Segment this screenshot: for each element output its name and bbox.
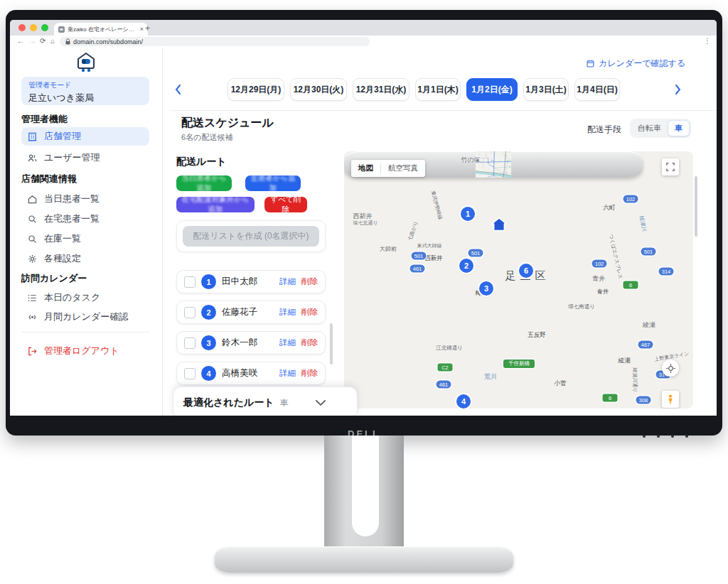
patient-row-4: 4 高橋美咲 詳細 削除 [176, 362, 326, 385]
chevron-down-icon[interactable] [316, 396, 326, 409]
optimized-route-mode: 車 [280, 397, 289, 409]
browser-menu-icon[interactable]: ⋮ [704, 37, 711, 45]
date-tab-0101[interactable]: 1月1日(木) [415, 78, 461, 101]
forward-icon[interactable]: → [28, 37, 36, 45]
date-tab-1231[interactable]: 12月31日(水) [353, 78, 410, 101]
sidebar-item-label: 各種設定 [44, 252, 81, 265]
map-type-map-button[interactable]: 地図 [351, 163, 380, 173]
transport-option-car-selected[interactable]: 車 [668, 120, 690, 136]
patient-checkbox[interactable] [184, 337, 196, 349]
zoom-window-button[interactable] [41, 24, 48, 31]
sidebar-item-today-patients[interactable]: 当日患者一覧 [21, 190, 149, 208]
sidebar-item-user-management[interactable]: ユーザー管理 [21, 148, 149, 167]
detail-link[interactable]: 詳細 [279, 368, 296, 379]
sidebar-item-monthly-calendar[interactable]: 月間カレンダー確認 [21, 308, 149, 326]
map-label: 大師前 [380, 245, 397, 253]
sidebar-item-label: 店舗管理 [44, 130, 81, 143]
monitor-stand-hole [352, 436, 379, 536]
sidebar-item-inventory[interactable]: 在庫一覧 [21, 229, 149, 248]
minimize-window-button[interactable] [30, 24, 37, 31]
screen: 薬zaiko 在宅オペレーションシステム × + ← → ⟳ ⌂ domain.… [10, 20, 717, 416]
date-tab-1230[interactable]: 12月30日(火) [290, 78, 347, 101]
transport-option-bicycle[interactable]: 自転車 [631, 121, 668, 136]
address-bar[interactable]: domain.com/subdomain/ [60, 37, 370, 46]
detail-link[interactable]: 詳細 [279, 276, 296, 287]
back-icon[interactable]: ← [17, 37, 24, 45]
prev-dates-button[interactable] [173, 83, 186, 97]
lock-icon [65, 38, 70, 45]
map-recenter-button[interactable] [662, 359, 679, 377]
map-label: 小菅 [555, 379, 567, 388]
detail-link[interactable]: 詳細 [279, 337, 296, 348]
patient-checkbox[interactable] [184, 307, 196, 318]
remove-link[interactable]: 削除 [301, 307, 318, 318]
home-icon[interactable]: ⌂ [50, 37, 55, 45]
detail-link[interactable]: 詳細 [279, 307, 296, 318]
pegman-icon [666, 394, 675, 404]
route-marker[interactable]: 3 [479, 281, 493, 296]
sidebar-divider [21, 332, 149, 332]
calendar-check-link[interactable]: カレンダーで確認する [586, 58, 685, 70]
stop-number-badge: 3 [201, 335, 216, 350]
remove-link[interactable]: 削除 [301, 276, 318, 287]
map-fullscreen-button[interactable] [662, 158, 679, 175]
app: 管理者モード 足立いつき薬局 管理者機能 店舗管理 ユーザー管理 店舗関連情報 … [10, 48, 717, 416]
optimized-route-title: 最適化されたルート [183, 396, 274, 409]
add-today-patients-button[interactable]: 当日患者から追加 [176, 175, 232, 191]
sidebar-item-store-management[interactable]: 店舗管理 [21, 127, 149, 146]
add-excluded-patients-button[interactable]: 在宅配達対象外から追加 [176, 197, 255, 212]
crosshair-icon [666, 364, 675, 373]
patient-checkbox[interactable] [184, 368, 196, 379]
next-dates-button[interactable] [673, 83, 685, 97]
patient-name: 鈴木一郎 [222, 337, 257, 349]
create-delivery-list-button[interactable]: 配送リストを作成 (0名選択中) [183, 226, 319, 247]
list-scrollbar[interactable] [330, 323, 333, 364]
admin-mode-card: 管理者モード 足立いつき薬局 [21, 77, 149, 105]
calendar-icon [586, 59, 595, 68]
remove-link[interactable]: 削除 [301, 337, 318, 348]
section-store-info: 店舗関連情報 [21, 173, 77, 185]
transport-label: 配送手段 [587, 124, 621, 136]
route-marker[interactable]: 4 [456, 394, 471, 409]
date-tab-0102-selected[interactable]: 1月2日(金) [466, 78, 518, 101]
patient-name: 田中太郎 [222, 276, 257, 288]
browser-tab[interactable]: 薬zaiko 在宅オペレーションシステム × [54, 23, 148, 36]
route-marker[interactable]: 6 [519, 264, 533, 278]
sidebar-item-label: 在宅患者一覧 [44, 212, 100, 225]
road-shield: 102 [623, 195, 638, 203]
sidebar-item-label: 管理者ログアウト [44, 345, 119, 357]
search-icon [27, 214, 38, 225]
date-tab-0103[interactable]: 1月3日(土) [523, 78, 569, 101]
tab-close-icon[interactable]: × [140, 26, 144, 33]
users-icon [27, 153, 38, 163]
monitor-buttons [643, 435, 688, 438]
add-all-patients-button[interactable]: 全患者から追加 [245, 175, 301, 191]
date-tab-1229[interactable]: 12月29日(月) [228, 78, 284, 101]
map-label: 西新井 [424, 254, 443, 263]
patient-row-3: 3 鈴木一郎 詳細 削除 [176, 331, 326, 355]
optimized-route-panel[interactable]: 最適化されたルート 車 [173, 386, 358, 416]
road-shield: 308 [636, 396, 651, 404]
sidebar-item-today-tasks[interactable]: 本日のタスク [21, 288, 149, 307]
date-tab-0104[interactable]: 1月4日(日) [574, 78, 620, 101]
patient-checkbox[interactable] [184, 276, 196, 288]
fullscreen-icon [666, 163, 675, 171]
divider [171, 110, 717, 111]
close-window-button[interactable] [18, 24, 26, 31]
patient-row-2: 2 佐藤花子 詳細 削除 [176, 301, 326, 324]
map-type-satellite-button[interactable]: 航空写真 [381, 163, 425, 173]
route-marker[interactable]: 1 [461, 207, 475, 221]
map-pegman-button[interactable] [662, 391, 679, 408]
sidebar-item-label: 在庫一覧 [44, 232, 81, 245]
sidebar-item-settings[interactable]: 各種設定 [21, 249, 149, 268]
page-scrollbar[interactable] [695, 176, 697, 237]
sidebar-item-logout[interactable]: 管理者ログアウト [21, 342, 149, 360]
home-marker[interactable] [491, 217, 507, 234]
map-canvas[interactable]: 竹の塚西新井環七北通り七曲がり東武伊勢崎線大師前東武大師線西新井梅島足立区青井青… [344, 151, 693, 409]
delete-all-button[interactable]: すべて削除 [264, 197, 307, 212]
route-marker[interactable]: 2 [459, 259, 473, 273]
new-tab-button[interactable]: + [145, 23, 150, 33]
sidebar-item-home-patients[interactable]: 在宅患者一覧 [21, 210, 149, 228]
remove-link[interactable]: 削除 [301, 368, 318, 379]
reload-icon[interactable]: ⟳ [40, 37, 46, 45]
